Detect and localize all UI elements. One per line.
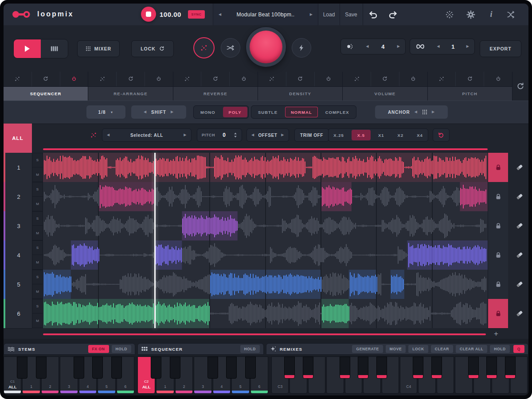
- rate-dropdown[interactable]: 1/8 ▼: [86, 105, 125, 119]
- loops-next-button[interactable]: ▶: [466, 45, 469, 48]
- pattern-next-button[interactable]: ▶: [397, 45, 400, 48]
- speed-x-5[interactable]: X.5: [352, 130, 371, 140]
- waveform-lane[interactable]: [43, 270, 488, 299]
- track-number[interactable]: 1: [5, 153, 32, 182]
- stepper-icon[interactable]: [234, 132, 237, 138]
- play-button[interactable]: [14, 39, 41, 58]
- bpm-display[interactable]: 100.00: [160, 4, 181, 25]
- key-remix-black[interactable]: [486, 356, 497, 379]
- remix-hold-button[interactable]: HOLD: [490, 345, 509, 353]
- trim-button[interactable]: TRIM OFF: [294, 128, 329, 142]
- anchor-next-button[interactable]: ▶: [432, 110, 435, 114]
- selected-next-button[interactable]: ▶: [184, 133, 187, 137]
- power-button-density[interactable]: [315, 72, 343, 86]
- shift-left-button[interactable]: ◀: [144, 110, 147, 114]
- info-button[interactable]: i: [483, 4, 499, 25]
- key-seq-black[interactable]: [226, 356, 237, 379]
- speed-x-25[interactable]: X.25: [328, 130, 350, 140]
- complexity-subtle[interactable]: SUBTLE: [252, 107, 283, 117]
- stems-hold-button[interactable]: HOLD: [112, 345, 131, 353]
- pitch-control[interactable]: PITCH 0: [197, 128, 242, 142]
- steps-button-sequencer[interactable]: [4, 72, 32, 86]
- selected-label[interactable]: Selected: ALL: [130, 133, 163, 138]
- key-stems-black[interactable]: [111, 356, 122, 379]
- sequencer-hold-button[interactable]: HOLD: [240, 345, 260, 353]
- preset-next-button[interactable]: ▶: [310, 13, 313, 16]
- redo-button[interactable]: [387, 10, 398, 19]
- key-seq-black[interactable]: [151, 356, 161, 379]
- shuffle-button[interactable]: [221, 38, 240, 58]
- load-button[interactable]: Load: [318, 4, 340, 25]
- key-remix-black[interactable]: [376, 356, 387, 379]
- track-lock-button[interactable]: [488, 299, 508, 329]
- speed-x1[interactable]: X1: [372, 130, 390, 140]
- selected-prev-button[interactable]: ◀: [107, 133, 110, 137]
- power-button-volume[interactable]: [399, 72, 427, 86]
- pattern-value[interactable]: 4: [381, 43, 384, 50]
- track-number[interactable]: 5: [5, 270, 32, 299]
- cycle-button-sequencer[interactable]: [32, 72, 60, 86]
- cycle-button-re-arrange[interactable]: [117, 72, 145, 86]
- tab-sequencer[interactable]: SEQUENCER: [4, 86, 88, 101]
- main-remix-button[interactable]: [246, 27, 286, 67]
- track-clear-button[interactable]: [511, 270, 528, 299]
- offset-prev-button[interactable]: ◀: [251, 133, 254, 137]
- steps-button-re-arrange[interactable]: [88, 72, 117, 86]
- waveform-lane[interactable]: [43, 299, 488, 328]
- track-clear-button[interactable]: [511, 211, 528, 240]
- midi-controller-button[interactable]: [442, 4, 458, 25]
- key-seq-black[interactable]: [245, 356, 256, 379]
- waveform-lane[interactable]: [43, 182, 488, 211]
- mute-button[interactable]: M: [32, 284, 43, 299]
- steps-button-volume[interactable]: [343, 72, 371, 86]
- voice-poly[interactable]: POLY: [223, 107, 247, 117]
- preset-name[interactable]: Modular Beat 100bpm..: [236, 12, 294, 18]
- preset-prev-button[interactable]: ◀: [219, 13, 221, 16]
- track-clear-button[interactable]: [511, 240, 528, 270]
- remix-clear-all-button[interactable]: CLEAR ALL: [456, 345, 487, 353]
- mute-button[interactable]: M: [32, 255, 43, 270]
- remix-move-button[interactable]: MOVE: [386, 345, 406, 353]
- solo-button[interactable]: S: [32, 153, 43, 167]
- key-stems-black[interactable]: [74, 356, 84, 379]
- complexity-complex[interactable]: COMPLEX: [320, 107, 355, 117]
- remix-clear-button[interactable]: CLEAR: [431, 345, 453, 353]
- undo-button[interactable]: [368, 10, 379, 19]
- lock-button[interactable]: LOCK: [131, 40, 174, 57]
- track-number[interactable]: 4: [5, 240, 32, 270]
- anchor-prev-button[interactable]: ◀: [415, 110, 418, 114]
- waveform-lane[interactable]: [43, 153, 488, 182]
- steps-button-pitch[interactable]: [428, 72, 456, 86]
- solo-button[interactable]: S: [32, 182, 43, 197]
- steps-button-density[interactable]: [258, 72, 286, 86]
- key-remix-black[interactable]: [431, 356, 442, 379]
- key-seq-black[interactable]: [207, 356, 218, 379]
- tab-pitch[interactable]: PITCH: [428, 86, 512, 101]
- key-remix-black[interactable]: [413, 356, 423, 379]
- fx-on-button[interactable]: FX ON: [88, 345, 109, 353]
- key-stems-black[interactable]: [36, 356, 47, 379]
- sync-button[interactable]: SYNC: [188, 10, 205, 19]
- waveform-lane[interactable]: [43, 240, 488, 270]
- settings-button[interactable]: [463, 4, 479, 25]
- cycle-button-reverse[interactable]: [201, 72, 230, 86]
- power-button-pitch[interactable]: [484, 72, 512, 86]
- key-remix-black[interactable]: [284, 356, 295, 379]
- key-remix-black[interactable]: [468, 356, 479, 379]
- loops-prev-button[interactable]: ◀: [437, 45, 439, 48]
- export-button[interactable]: EXPORT: [480, 40, 521, 57]
- routing-button[interactable]: [503, 4, 519, 25]
- solo-button[interactable]: S: [32, 270, 43, 284]
- waveform-lane[interactable]: [43, 211, 488, 240]
- track-lock-button[interactable]: [488, 270, 508, 299]
- remix-generate-button[interactable]: GENERATE: [352, 345, 383, 353]
- complexity-normal[interactable]: NORMAL: [285, 107, 318, 117]
- mute-button[interactable]: M: [32, 314, 43, 328]
- solo-button[interactable]: S: [32, 299, 43, 314]
- tab-reverse[interactable]: REVERSE: [173, 86, 258, 101]
- power-button-re-arrange[interactable]: [145, 72, 173, 86]
- tab-density[interactable]: DENSITY: [258, 86, 342, 101]
- voice-mono[interactable]: MONO: [195, 107, 221, 117]
- shift-right-button[interactable]: ▶: [171, 110, 174, 114]
- cycle-button-pitch[interactable]: [456, 72, 484, 86]
